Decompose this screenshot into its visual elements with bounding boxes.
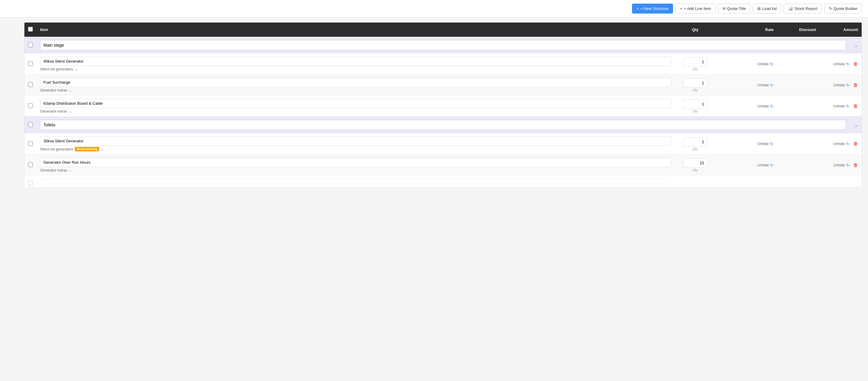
line-row-1: Silent nw generators ⌄ Qty Unhide ↻ Unhi… bbox=[24, 53, 862, 74]
quote-builder-button[interactable]: ✎ Quote Builder bbox=[824, 4, 862, 13]
rate-refresh-icon-5[interactable]: ↻ bbox=[770, 163, 774, 168]
item-name-input-6[interactable] bbox=[40, 179, 671, 188]
checkbox-cell-6[interactable] bbox=[28, 180, 40, 186]
table-header: Item Qty Rate Discount Amount bbox=[24, 23, 862, 37]
checkbox-cell-2[interactable] bbox=[28, 82, 40, 88]
item-sub-row-3: Generator extras ⌄ bbox=[40, 109, 671, 113]
qty-cell-5: Qty bbox=[671, 158, 719, 172]
structure-checkbox-2[interactable] bbox=[28, 122, 33, 127]
delete-icon-2[interactable]: 🗑 bbox=[853, 82, 858, 88]
line-checkbox-3[interactable] bbox=[28, 103, 33, 108]
load-list-button[interactable]: ⊞ Load list bbox=[753, 4, 781, 13]
delete-icon-3[interactable]: 🗑 bbox=[853, 104, 858, 109]
rate-refresh-icon-3[interactable]: ↻ bbox=[770, 104, 774, 109]
structure-checkbox-cell-2[interactable] bbox=[28, 122, 40, 128]
amount-unhide-label-5: Unhide bbox=[833, 163, 845, 167]
item-sub-row-4: Silent nw generators Stock warning ⌄ bbox=[40, 147, 671, 151]
delete-icon-4[interactable]: 🗑 bbox=[853, 141, 858, 146]
delete-icon-5[interactable]: 🗑 bbox=[853, 163, 858, 168]
structure-row-toilets: ⌄ bbox=[24, 116, 862, 133]
line-checkbox-5[interactable] bbox=[28, 162, 33, 167]
line-checkbox-6[interactable] bbox=[28, 180, 33, 185]
load-list-label: Load list bbox=[762, 6, 777, 11]
item-sub-row-1: Silent nw generators ⌄ bbox=[40, 67, 671, 71]
add-line-icon: + bbox=[680, 6, 682, 11]
qty-input-5[interactable] bbox=[683, 158, 707, 168]
line-checkbox-1[interactable] bbox=[28, 61, 33, 66]
stock-report-label: Stock Report bbox=[795, 6, 817, 11]
item-name-input-2[interactable] bbox=[40, 78, 671, 87]
plus-icon: + bbox=[637, 6, 639, 11]
qty-input-1[interactable] bbox=[683, 57, 707, 67]
item-name-input-4[interactable] bbox=[40, 136, 671, 146]
qty-input-2[interactable] bbox=[683, 78, 707, 88]
rate-unhide-2: Unhide ↻ bbox=[719, 83, 774, 88]
rate-unhide-3: Unhide ↻ bbox=[719, 104, 774, 109]
add-line-item-button[interactable]: + + Add Line Item bbox=[675, 4, 715, 13]
amount-unhide-4: Unhide ↻ 🗑 bbox=[816, 141, 858, 146]
amount-refresh-icon-3[interactable]: ↻ bbox=[846, 104, 849, 109]
amount-unhide-label-4: Unhide bbox=[833, 142, 845, 146]
quote-title-button[interactable]: H Quote Title bbox=[718, 4, 750, 13]
checkbox-cell-5[interactable] bbox=[28, 162, 40, 168]
structure-chevron-2[interactable]: ⌄ bbox=[846, 122, 858, 128]
amount-refresh-icon-2[interactable]: ↻ bbox=[846, 83, 849, 88]
line-checkbox-2[interactable] bbox=[28, 82, 33, 87]
category-chevron-1[interactable]: ⌄ bbox=[75, 67, 78, 71]
item-name-input-5[interactable] bbox=[40, 158, 671, 167]
structure-name-input-1[interactable] bbox=[40, 40, 846, 50]
category-chevron-5[interactable]: ⌄ bbox=[69, 168, 72, 172]
header-rate: Rate bbox=[719, 27, 774, 32]
select-all-checkbox[interactable] bbox=[28, 27, 33, 32]
header-item: Item bbox=[40, 27, 671, 32]
category-chevron-4[interactable]: ⌄ bbox=[101, 147, 104, 151]
new-structure-label: + New Structure bbox=[641, 6, 669, 11]
add-line-item-label: + Add Line Item bbox=[684, 6, 711, 11]
quote-builder-label: Quote Builder bbox=[834, 6, 858, 11]
qty-input-3[interactable] bbox=[683, 99, 707, 109]
header-checkbox-cell[interactable] bbox=[28, 27, 40, 33]
amount-refresh-icon-4[interactable]: ↻ bbox=[846, 141, 849, 146]
item-cell-5: Generator extras ⌄ bbox=[40, 158, 671, 172]
qty-label-1: Qty bbox=[692, 67, 698, 71]
checkbox-cell-3[interactable] bbox=[28, 103, 40, 109]
rate-refresh-icon-4[interactable]: ↻ bbox=[770, 141, 774, 146]
quote-table: Item Qty Rate Discount Amount ⌄ Silent n… bbox=[24, 22, 862, 188]
item-cell-4: Silent nw generators Stock warning ⌄ bbox=[40, 136, 671, 151]
amount-unhide-label-2: Unhide bbox=[833, 83, 845, 87]
header-qty: Qty bbox=[671, 27, 719, 32]
stock-report-button[interactable]: 📊 Stock Report bbox=[784, 4, 822, 13]
structure-checkbox-1[interactable] bbox=[28, 42, 33, 47]
top-bar: + + New Structure + + Add Line Item H Qu… bbox=[0, 0, 868, 18]
line-row-6-partial bbox=[24, 175, 862, 187]
new-structure-button[interactable]: + + New Structure bbox=[632, 4, 673, 13]
qty-cell-1: Qty bbox=[671, 57, 719, 71]
item-cell-3: Generator extras ⌄ bbox=[40, 99, 671, 113]
rate-refresh-icon-1[interactable]: ↻ bbox=[770, 62, 774, 67]
line-checkbox-4[interactable] bbox=[28, 141, 33, 146]
main-content: Item Qty Rate Discount Amount ⌄ Silent n… bbox=[0, 22, 868, 194]
delete-icon-1[interactable]: 🗑 bbox=[853, 61, 858, 67]
item-category-3: Generator extras bbox=[40, 109, 67, 113]
structure-chevron-1[interactable]: ⌄ bbox=[846, 42, 858, 48]
rate-unhide-1: Unhide ↻ bbox=[719, 62, 774, 67]
rate-refresh-icon-2[interactable]: ↻ bbox=[770, 83, 774, 88]
amount-unhide-2: Unhide ↻ 🗑 bbox=[816, 82, 858, 88]
rate-unhide-label-3: Unhide bbox=[757, 104, 769, 108]
item-name-input-3[interactable] bbox=[40, 99, 671, 108]
structure-checkbox-cell-1[interactable] bbox=[28, 42, 40, 48]
qty-input-4[interactable] bbox=[683, 137, 707, 146]
category-chevron-2[interactable]: ⌄ bbox=[69, 88, 72, 93]
structure-name-input-2[interactable] bbox=[40, 120, 846, 130]
quote-builder-icon: ✎ bbox=[829, 6, 832, 11]
checkbox-cell-4[interactable] bbox=[28, 141, 40, 147]
amount-refresh-icon-1[interactable]: ↻ bbox=[846, 62, 849, 67]
checkbox-cell-1[interactable] bbox=[28, 61, 40, 67]
rate-unhide-label-2: Unhide bbox=[757, 83, 769, 87]
item-category-1: Silent nw generators bbox=[40, 67, 73, 71]
amount-refresh-icon-5[interactable]: ↻ bbox=[846, 163, 849, 168]
load-list-icon: ⊞ bbox=[757, 6, 761, 11]
item-name-input-1[interactable] bbox=[40, 57, 671, 66]
qty-cell-4: Qty bbox=[671, 137, 719, 151]
category-chevron-3[interactable]: ⌄ bbox=[69, 109, 72, 113]
